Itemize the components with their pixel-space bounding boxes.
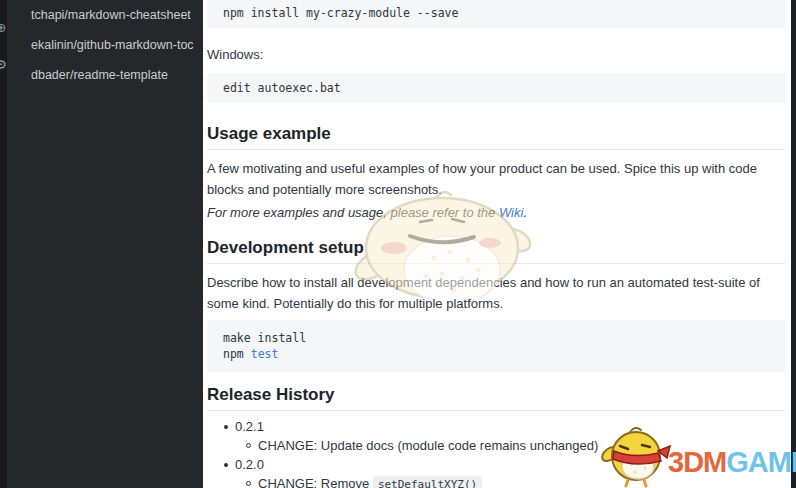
markdown-preview-pane: npm install my-crazy-module --save Windo… [203, 0, 791, 488]
code-block-make-install: make install npm test [207, 320, 785, 372]
sidebar-item-readme-template[interactable]: dbader/readme-template [7, 60, 203, 90]
code-block-npm-install: npm install my-crazy-module --save [207, 0, 785, 28]
note-text-suffix: . [523, 205, 527, 220]
list-item-version: 0.2.0 [207, 455, 785, 474]
heading-development-setup: Development setup [207, 237, 785, 264]
paragraph-development-body: Describe how to install all development … [207, 272, 785, 314]
window-right-edge [791, 0, 796, 488]
version-text: 0.2.1 [235, 417, 264, 436]
settings-gear-icon[interactable]: ⚙ [0, 58, 8, 72]
app-window: ⊕ ⚙ tchapi/markdown-cheatsheet ekalinin/… [0, 0, 796, 488]
change-text: CHANGE: Update docs (module code remains… [258, 436, 598, 455]
bullet-disc-icon [224, 425, 228, 429]
note-text: For more examples and usage, please refe… [207, 205, 499, 220]
code-line-make-install: make install [223, 331, 306, 345]
version-text: 0.2.0 [235, 455, 264, 474]
sidebar-item-label: tchapi/markdown-cheatsheet [31, 8, 191, 22]
list-item-change: CHANGE: Update docs (module code remains… [207, 436, 785, 455]
left-icon-strip: ⊕ ⚙ [0, 0, 7, 488]
add-document-icon[interactable]: ⊕ [0, 21, 8, 35]
bullet-disc-icon [224, 463, 228, 467]
sidebar-item-markdown-cheatsheet[interactable]: tchapi/markdown-cheatsheet [7, 0, 203, 30]
paragraph-usage-body: A few motivating and useful examples of … [207, 158, 785, 200]
code-token-test: test [251, 347, 279, 361]
sidebar-item-label: dbader/readme-template [31, 68, 168, 82]
list-item-change: CHANGE: Remove setDefaultXYZ() [207, 474, 785, 488]
sidebar-document-list: tchapi/markdown-cheatsheet ekalinin/gith… [7, 0, 203, 488]
heading-usage-example: Usage example [207, 123, 785, 150]
code-block-autoexec: edit autoexec.bat [207, 73, 785, 103]
wiki-link[interactable]: Wiki [499, 205, 523, 220]
bullet-circle-icon [246, 443, 251, 448]
inline-code-setdefaultxyz: setDefaultXYZ() [373, 476, 482, 488]
code-line-npm-test: npm test [223, 347, 278, 361]
paragraph-usage-note: For more examples and usage, please refe… [207, 202, 785, 223]
release-history-list: 0.2.1 CHANGE: Update docs (module code r… [207, 417, 785, 488]
paragraph-windows: Windows: [207, 44, 785, 65]
list-item-version: 0.2.1 [207, 417, 785, 436]
change-text: CHANGE: Remove setDefaultXYZ() [258, 474, 482, 488]
heading-release-history: Release History [207, 384, 785, 411]
bullet-circle-icon [246, 481, 251, 486]
sidebar-item-github-markdown-toc[interactable]: ekalinin/github-markdown-toc [7, 30, 203, 60]
sidebar-item-label: ekalinin/github-markdown-toc [31, 38, 194, 52]
